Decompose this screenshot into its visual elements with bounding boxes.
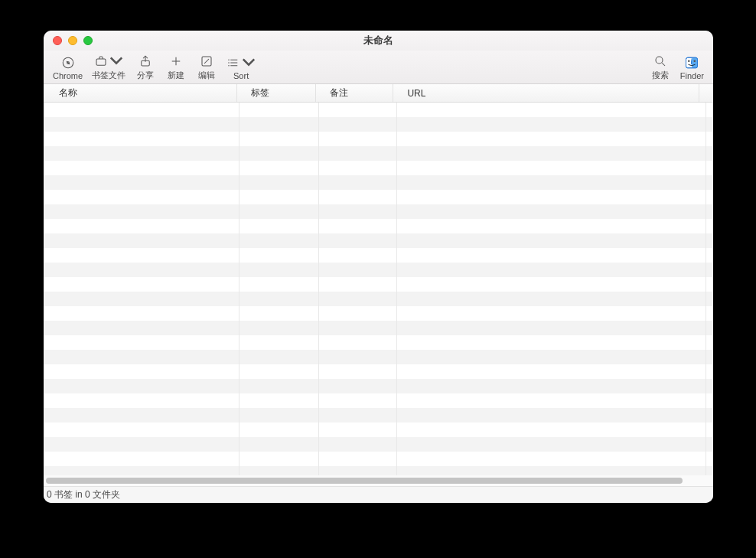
cell	[44, 452, 240, 466]
cell	[706, 190, 713, 204]
cell	[319, 321, 397, 335]
table-body[interactable]	[44, 103, 713, 475]
cell	[44, 117, 240, 132]
table-row[interactable]	[44, 466, 713, 475]
minimize-icon[interactable]	[68, 36, 77, 45]
table-row[interactable]	[44, 132, 713, 146]
close-icon[interactable]	[53, 36, 62, 45]
cell	[240, 452, 319, 466]
cell	[397, 219, 706, 233]
table-row[interactable]	[44, 437, 713, 452]
cell	[319, 379, 397, 393]
column-header-extra[interactable]	[699, 84, 713, 102]
cell	[319, 393, 397, 408]
cell	[706, 437, 713, 452]
zoom-icon[interactable]	[83, 36, 93, 45]
cell	[397, 408, 706, 423]
cell	[706, 350, 713, 364]
cell	[397, 263, 706, 277]
bookmark-files-button[interactable]: 书签文件	[87, 51, 130, 84]
table-row[interactable]	[44, 190, 713, 204]
cell	[319, 190, 397, 204]
cell	[397, 364, 706, 379]
toolbar-label: 书签文件	[92, 70, 125, 81]
cell	[706, 321, 713, 335]
status-bar: 0 书签 in 0 文件夹	[44, 486, 713, 503]
table-row[interactable]	[44, 292, 713, 306]
table-row[interactable]	[44, 248, 713, 263]
cell	[319, 161, 397, 175]
cell	[44, 292, 240, 306]
share-icon	[138, 53, 152, 70]
cell	[319, 437, 397, 452]
cell	[397, 190, 706, 204]
toolbar-label: Finder	[680, 71, 704, 80]
table-row[interactable]	[44, 408, 713, 423]
share-button[interactable]: 分享	[130, 51, 161, 84]
cell	[397, 204, 706, 219]
cell	[240, 393, 319, 408]
cell	[706, 379, 713, 393]
sort-button[interactable]: Sort	[222, 51, 260, 84]
cell	[44, 437, 240, 452]
scrollbar-thumb[interactable]	[46, 478, 683, 484]
cell	[44, 393, 240, 408]
cell	[319, 408, 397, 423]
cell	[397, 146, 706, 161]
table-row[interactable]	[44, 321, 713, 335]
cell	[397, 423, 706, 437]
cell	[44, 103, 240, 117]
titlebar[interactable]: 未命名	[44, 31, 713, 51]
cell	[397, 321, 706, 335]
compass-icon	[61, 54, 75, 71]
finder-button[interactable]: Finder	[676, 51, 709, 84]
finder-icon	[684, 54, 699, 71]
search-button[interactable]: 搜索	[645, 51, 676, 84]
column-header-tags[interactable]: 标签	[237, 84, 316, 102]
table-row[interactable]	[44, 161, 713, 175]
table-row[interactable]	[44, 452, 713, 466]
table-row[interactable]	[44, 277, 713, 292]
table-row[interactable]	[44, 233, 713, 248]
cell	[397, 233, 706, 248]
table-row[interactable]	[44, 263, 713, 277]
cell	[706, 306, 713, 321]
cell	[319, 146, 397, 161]
new-button[interactable]: 新建	[161, 51, 191, 84]
cell	[706, 408, 713, 423]
cell	[397, 117, 706, 132]
cell	[397, 466, 706, 475]
chrome-button[interactable]: Chrome	[48, 51, 87, 84]
cell	[397, 132, 706, 146]
cell	[44, 350, 240, 364]
cell	[319, 132, 397, 146]
table-row[interactable]	[44, 364, 713, 379]
edit-button[interactable]: 编辑	[191, 51, 222, 84]
column-header-notes[interactable]: 备注	[316, 84, 393, 102]
table-row[interactable]	[44, 423, 713, 437]
table-row[interactable]	[44, 306, 713, 321]
svg-point-13	[689, 60, 690, 62]
table-row[interactable]	[44, 379, 713, 393]
table-row[interactable]	[44, 146, 713, 161]
cell	[240, 408, 319, 423]
column-header-name[interactable]: 名称	[44, 84, 237, 102]
column-header-url[interactable]: URL	[393, 84, 699, 102]
horizontal-scrollbar[interactable]	[44, 475, 713, 486]
cell	[319, 219, 397, 233]
table-row[interactable]	[44, 204, 713, 219]
svg-rect-3	[96, 59, 106, 65]
table-row[interactable]	[44, 103, 713, 117]
table-row[interactable]	[44, 350, 713, 364]
toolbar-label: 新建	[168, 70, 184, 81]
toolbar-label: Chrome	[53, 71, 83, 80]
table-row[interactable]	[44, 219, 713, 233]
chevron-down-icon	[109, 54, 123, 69]
table-row[interactable]	[44, 335, 713, 350]
cell	[706, 263, 713, 277]
table-row[interactable]	[44, 393, 713, 408]
table-row[interactable]	[44, 175, 713, 190]
table-row[interactable]	[44, 117, 713, 132]
cell	[319, 103, 397, 117]
cell	[706, 452, 713, 466]
